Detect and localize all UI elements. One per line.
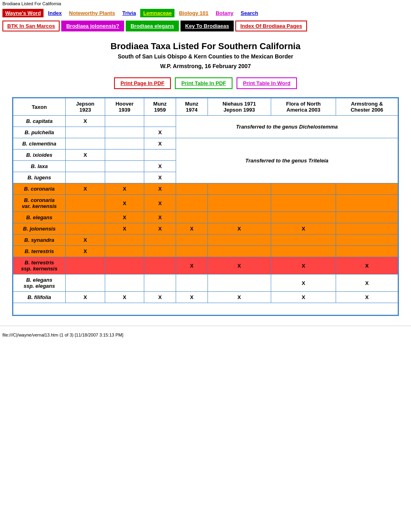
span-dichelostemma: Transferred to the genus Dichelostemma [176, 116, 398, 138]
armstrong-cell [336, 223, 398, 235]
munz1974-cell [176, 246, 208, 257]
munz1974-cell [176, 212, 208, 223]
table-row-elegans: B. elegans X X [13, 212, 398, 223]
flora-cell [271, 246, 336, 257]
nav-index[interactable]: Index [45, 9, 64, 17]
munz1974-cell [176, 195, 208, 212]
table-row-coronaria-kernensis: B. coronariavar. kernensis X X [13, 195, 398, 212]
munz1974-cell [176, 183, 208, 195]
flora-cell [271, 235, 336, 246]
niehaus-cell: X [208, 257, 271, 274]
main-content: Brodiaea Taxa Listed For Southern Califo… [0, 33, 411, 324]
flora-cell [271, 183, 336, 195]
jepson1923-cell [66, 172, 105, 183]
taxon-cell: B. clementina [13, 138, 66, 150]
footer-divider [0, 326, 411, 326]
munz1974-cell: X [176, 257, 208, 274]
flora-cell [271, 212, 336, 223]
munz1959-cell: X [144, 172, 176, 183]
jepson1923-cell [66, 127, 105, 138]
nav-biology[interactable]: Biology 101 [176, 9, 211, 17]
taxon-cell: B. elegans [13, 212, 66, 223]
print-table-pdf-button[interactable]: Print Table In PDF [175, 77, 232, 89]
sub-nav: BTK In San Marcos Brodiaea jolonensis? B… [0, 19, 411, 33]
print-page-pdf-button[interactable]: Print Page In PDF [114, 77, 171, 89]
jepson1923-cell: X [66, 246, 105, 257]
table-row-filifolia: B. filifolia X X X X X X X [13, 292, 398, 303]
hoover1939-cell [105, 127, 144, 138]
hoover1939-cell [105, 257, 144, 274]
hoover1939-cell: X [105, 195, 144, 212]
taxon-cell: B. lugens [13, 172, 66, 183]
table-wrapper: Taxon Jepson1923 Hoover1939 Munz1959 Mun… [12, 97, 399, 316]
table-row: B. capitata X Transferred to the genus D… [13, 116, 398, 127]
taxon-cell: B. coronariavar. kernensis [13, 195, 66, 212]
print-table-word-button[interactable]: Print Table In Word [237, 77, 297, 89]
niehaus-cell: X [208, 292, 271, 303]
munz1959-cell: X [144, 127, 176, 138]
munz1959-cell: X [144, 183, 176, 195]
armstrong-cell [336, 235, 398, 246]
span-triteleia: Transferred to the genus Triteleia [176, 138, 398, 183]
taxon-cell: B. capitata [13, 116, 66, 127]
hoover1939-cell [105, 116, 144, 127]
hoover1939-cell: X [105, 223, 144, 235]
munz1974-cell: X [176, 223, 208, 235]
sub-elegans[interactable]: Brodiaea elegans [126, 21, 179, 31]
munz1959-cell [144, 235, 176, 246]
col-header-hoover1939: Hoover1939 [105, 98, 144, 116]
page-author: W.P. Armstrong, 16 February 2007 [12, 63, 399, 69]
taxon-cell: B. laxa [13, 161, 66, 172]
hoover1939-cell [105, 161, 144, 172]
sub-key[interactable]: Key To Brodiaeas [181, 21, 234, 31]
col-header-flora: Flora of NorthAmerica 2003 [271, 98, 336, 116]
munz1959-cell: X [144, 161, 176, 172]
flora-cell [271, 195, 336, 212]
col-header-niehaus: Niehaus 1971Jepson 1993 [208, 98, 271, 116]
hoover1939-cell: X [105, 292, 144, 303]
munz1959-cell: X [144, 223, 176, 235]
flora-cell: X [271, 274, 336, 292]
niehaus-cell [208, 195, 271, 212]
taxon-cell: B. terrestrisssp. kernensis [13, 257, 66, 274]
munz1959-cell [144, 274, 176, 292]
munz1959-cell [144, 246, 176, 257]
jepson1923-cell [66, 161, 105, 172]
nav-trivia[interactable]: Trivia [119, 9, 139, 17]
taxon-cell: B. coronaria [13, 183, 66, 195]
niehaus-cell: X [208, 223, 271, 235]
taxon-cell: B. elegansssp. elegans [13, 274, 66, 292]
munz1974-cell [176, 235, 208, 246]
hoover1939-cell: X [105, 212, 144, 223]
armstrong-cell [336, 195, 398, 212]
munz1959-cell: X [144, 212, 176, 223]
nav-search[interactable]: Search [238, 9, 261, 17]
nav-waynes-word[interactable]: Wayne's Word [2, 9, 44, 17]
munz1959-cell: X [144, 292, 176, 303]
hoover1939-cell [105, 172, 144, 183]
jepson1923-cell: X [66, 116, 105, 127]
hoover1939-cell [105, 246, 144, 257]
nav-lemnaceae[interactable]: Lemnaceae [140, 9, 174, 17]
armstrong-cell [336, 183, 398, 195]
table-row-terrestris: B. terrestris X [13, 246, 398, 257]
jepson1923-cell: X [66, 292, 105, 303]
jepson1923-cell: X [66, 183, 105, 195]
nav-botany[interactable]: Botany [213, 9, 236, 17]
taxon-cell: B. jolonensis [13, 223, 66, 235]
col-header-armstrong: Armstrong &Chester 2006 [336, 98, 398, 116]
nav-bar: Wayne's Word Index Noteworthy Plants Tri… [0, 7, 411, 19]
armstrong-cell: X [336, 274, 398, 292]
browser-title: Brodiaea Listed For California [0, 0, 411, 7]
brodiaea-table: Taxon Jepson1923 Hoover1939 Munz1959 Mun… [13, 98, 398, 315]
sub-btk[interactable]: BTK In San Marcos [2, 21, 60, 31]
jepson1923-cell [66, 212, 105, 223]
nav-noteworthy-plants[interactable]: Noteworthy Plants [66, 9, 118, 17]
niehaus-cell [208, 212, 271, 223]
sub-jolonensis[interactable]: Brodiaea jolonensis? [61, 21, 124, 31]
flora-cell: X [271, 257, 336, 274]
footer: file:///C|/wayne/vernal13.htm (1 of 3) [… [0, 330, 411, 340]
sub-index[interactable]: Index Of Brodiaea Pages [235, 21, 307, 31]
col-header-jepson1923: Jepson1923 [66, 98, 105, 116]
table-row-coronaria: B. coronaria X X X [13, 183, 398, 195]
